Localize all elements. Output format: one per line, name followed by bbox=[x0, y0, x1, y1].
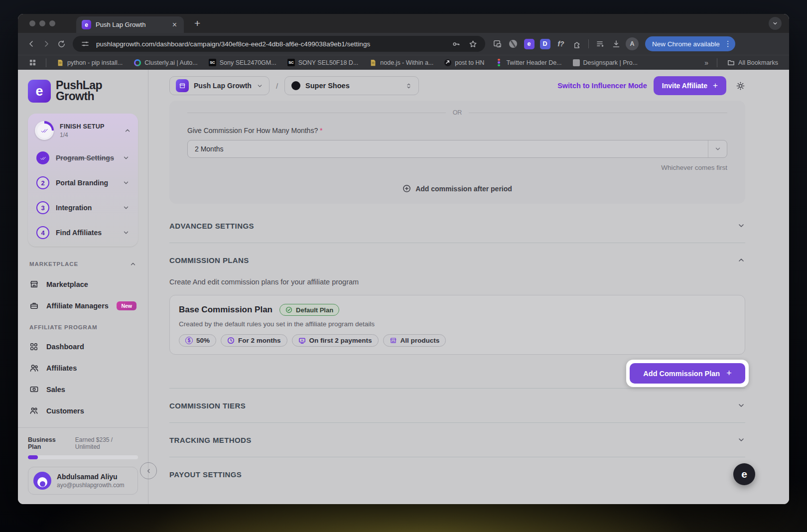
forward-icon[interactable] bbox=[39, 36, 54, 51]
bookmark-sony-lens[interactable]: SCSony SEL2470GM... bbox=[204, 57, 281, 68]
add-commission-plan-button[interactable]: Add Commission Plan+ bbox=[630, 363, 745, 384]
setup-step-program-settings[interactable]: Program Settings bbox=[35, 151, 131, 165]
section-commission-tiers[interactable]: COMMISSION TIERS bbox=[169, 389, 745, 422]
bookmark-designspark[interactable]: Designspark | Pro... bbox=[568, 57, 643, 68]
dollar-circle-icon bbox=[185, 337, 193, 344]
section-commission-plans[interactable]: COMMISSION PLANS bbox=[169, 243, 745, 277]
clock-icon bbox=[227, 337, 235, 344]
close-tab-icon[interactable]: × bbox=[170, 20, 179, 30]
media-queue-icon[interactable] bbox=[592, 36, 608, 51]
chrome-update-button[interactable]: New Chrome available ⋮ bbox=[645, 36, 735, 51]
bookmark-clusterly[interactable]: Clusterly.ai | Auto... bbox=[129, 57, 202, 68]
theme-toggle-sun-icon[interactable] bbox=[736, 81, 745, 91]
back-icon[interactable] bbox=[24, 36, 39, 51]
setup-step-integration[interactable]: 3 Integration bbox=[35, 201, 131, 215]
close-window-button[interactable] bbox=[29, 20, 35, 26]
switch-influencer-mode-link[interactable]: Switch to Influencer Mode bbox=[557, 82, 647, 90]
profile-avatar[interactable]: A bbox=[624, 36, 640, 51]
sidebar-item-customers[interactable]: Customers bbox=[28, 406, 138, 415]
sidebar-item-sales[interactable]: Sales bbox=[28, 385, 138, 394]
bookmark-sony-lens-2[interactable]: SCSONY SEL50F18 D... bbox=[283, 57, 363, 68]
months-field-label: Give Commission For How Many Months? * bbox=[187, 127, 727, 134]
sidebar-item-affiliates[interactable]: Affiliates bbox=[28, 363, 138, 373]
chevron-down-icon[interactable] bbox=[123, 229, 130, 236]
browser-window: e Push Lap Growth × + pushlapgrowth.com/… bbox=[18, 14, 789, 504]
pushlap-favicon-icon: e bbox=[82, 20, 91, 29]
bookmark-twitter-header[interactable]: Twitter Header De... bbox=[491, 57, 566, 68]
section-payout-settings[interactable]: PAYOUT SETTINGS bbox=[169, 457, 745, 491]
payments-icon bbox=[298, 337, 306, 344]
extension-sphere-icon[interactable] bbox=[505, 36, 521, 51]
bookmark-star-icon[interactable] bbox=[467, 36, 479, 51]
new-tab-button[interactable]: + bbox=[192, 17, 202, 29]
workspace-dropdown[interactable]: Push Lap Growth bbox=[169, 76, 269, 95]
url-text[interactable]: pushlapgrowth.com/dashboard/campaign/340… bbox=[96, 40, 445, 48]
clusterly-icon bbox=[134, 59, 141, 66]
check-circle-icon bbox=[285, 306, 292, 313]
check-circle-icon bbox=[36, 151, 49, 164]
user-profile-card[interactable]: Abdulsamad Aliyu ayo@pushlapgrowth.com bbox=[28, 467, 138, 495]
apps-grid-icon[interactable] bbox=[24, 55, 40, 70]
chevron-down-icon[interactable] bbox=[123, 204, 130, 211]
section-tracking-methods[interactable]: TRACKING METHODS bbox=[169, 423, 745, 457]
step-number-badge: 3 bbox=[36, 201, 49, 214]
bookmark-post-to-hn[interactable]: post to HN bbox=[440, 57, 489, 68]
months-select[interactable]: 2 Months bbox=[187, 140, 727, 158]
base-commission-plan-card: Base Commission Plan Default Plan Create… bbox=[169, 295, 745, 355]
bookmarks-overflow-icon[interactable]: » bbox=[701, 59, 711, 67]
pushlap-logo-icon: e bbox=[28, 80, 51, 103]
toolbar-separator bbox=[588, 39, 589, 48]
site-info-icon[interactable] bbox=[79, 36, 91, 51]
main-content: Push Lap Growth / Super Shoes Switch to … bbox=[148, 70, 789, 504]
folder-icon bbox=[727, 59, 735, 66]
user-email: ayo@pushlapgrowth.com bbox=[57, 482, 125, 489]
minimize-window-button[interactable] bbox=[39, 20, 45, 26]
reload-icon[interactable] bbox=[54, 36, 69, 51]
pushlap-extension-icon[interactable]: e bbox=[521, 36, 537, 51]
new-badge: New bbox=[117, 301, 136, 310]
window-controls bbox=[18, 20, 63, 26]
add-commission-after-period-button[interactable]: Add commission after period bbox=[187, 184, 727, 193]
address-bar[interactable]: pushlapgrowth.com/dashboard/campaign/340… bbox=[73, 36, 485, 52]
marketplace-section-header[interactable]: MARKETPLACE bbox=[29, 261, 136, 267]
chevron-down-icon[interactable] bbox=[708, 140, 727, 157]
setup-step-find-affiliates[interactable]: 4 Find Affiliates bbox=[35, 226, 131, 240]
step-number-badge: 4 bbox=[36, 226, 49, 239]
chevron-down-icon[interactable] bbox=[123, 179, 130, 186]
d-extension-icon[interactable]: D bbox=[537, 36, 553, 51]
or-divider: OR bbox=[187, 109, 727, 116]
invite-affiliate-button[interactable]: Invite Affiliate+ bbox=[654, 76, 726, 95]
chevron-up-icon[interactable] bbox=[130, 261, 136, 267]
bookmark-nodejs[interactable]: node.js - Within a... bbox=[365, 57, 438, 68]
sidebar-item-dashboard[interactable]: Dashboard bbox=[28, 342, 138, 351]
workspace-icon bbox=[176, 79, 189, 92]
plan-tags: 50% For 2 months On first 2 payments All… bbox=[179, 334, 736, 347]
browser-tab[interactable]: e Push Lap Growth × bbox=[76, 16, 184, 33]
script-file-icon bbox=[369, 59, 377, 66]
finish-setup-header[interactable]: FINISH SETUP 1/4 bbox=[35, 121, 131, 140]
tag-duration: For 2 months bbox=[221, 334, 287, 347]
bookmark-python[interactable]: python - pip install... bbox=[52, 57, 127, 68]
action-highlight-box: Add Commission Plan+ bbox=[626, 360, 749, 387]
plan-usage: Business Plan Earned $235 / Unlimited bbox=[28, 436, 138, 450]
program-dropdown[interactable]: Super Shoes bbox=[284, 76, 419, 95]
app-logo[interactable]: e PushLapGrowth bbox=[28, 80, 138, 103]
finish-setup-title: FINISH SETUP bbox=[60, 123, 105, 130]
setup-step-portal-branding[interactable]: 2 Portal Branding bbox=[35, 176, 131, 190]
password-key-icon[interactable] bbox=[450, 36, 462, 51]
downloads-icon[interactable] bbox=[608, 36, 624, 51]
all-bookmarks-button[interactable]: All Bookmarks bbox=[723, 57, 783, 68]
fq-extension-icon[interactable]: f? bbox=[553, 36, 569, 51]
sidebar-item-marketplace[interactable]: Marketplace bbox=[28, 279, 138, 289]
pushlap-floating-badge[interactable]: e bbox=[733, 463, 755, 485]
chevron-down-icon[interactable] bbox=[123, 154, 130, 161]
section-advanced-settings[interactable]: ADVANCED SETTINGS bbox=[169, 209, 745, 243]
tab-capture-icon[interactable] bbox=[489, 36, 505, 51]
tab-search-chevron-icon[interactable] bbox=[769, 17, 782, 30]
sidebar-item-affiliate-managers[interactable]: Affiliate Managers New bbox=[28, 301, 138, 310]
chevron-up-icon[interactable] bbox=[124, 127, 131, 134]
browser-menu-icon[interactable]: ⋮ bbox=[724, 39, 732, 48]
sidebar-collapse-button[interactable] bbox=[140, 462, 157, 479]
extensions-puzzle-icon[interactable] bbox=[569, 36, 585, 51]
fullscreen-window-button[interactable] bbox=[49, 20, 55, 26]
